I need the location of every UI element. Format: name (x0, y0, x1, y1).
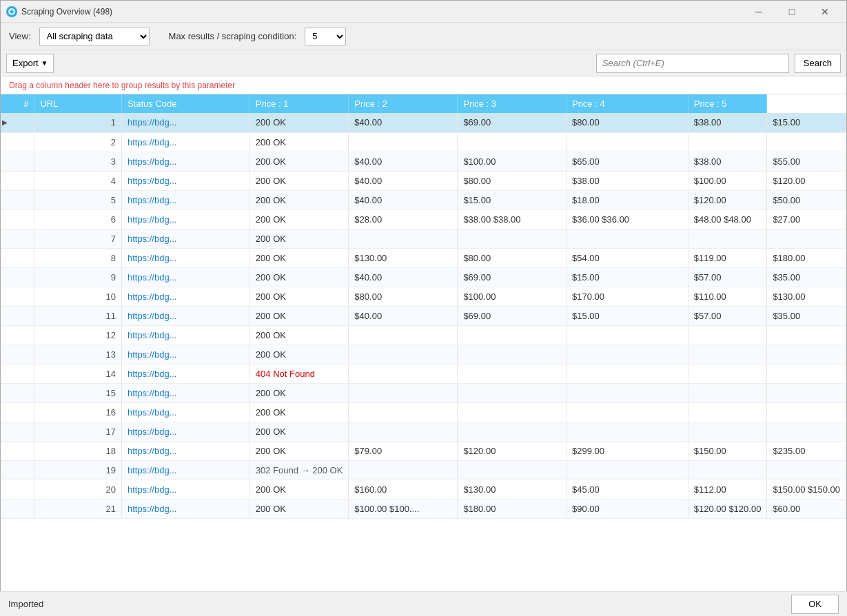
row-expand-arrow[interactable] (1, 229, 34, 248)
col-header-price5[interactable]: Price : 5 (688, 94, 767, 113)
row-expand-arrow[interactable] (1, 209, 34, 229)
row-expand-arrow[interactable] (1, 171, 34, 190)
row-price3: $45.00 (566, 480, 688, 499)
row-price5: $50.00 (767, 190, 846, 209)
row-url[interactable]: https://bdg... (121, 325, 249, 345)
row-url[interactable]: https://bdg... (121, 499, 249, 518)
row-price1: $80.00 (349, 287, 458, 306)
row-url[interactable]: https://bdg... (121, 345, 249, 364)
row-url[interactable]: https://bdg... (121, 422, 249, 441)
row-price2 (458, 364, 567, 383)
row-url[interactable]: https://bdg... (121, 267, 249, 287)
row-number: 18 (34, 441, 122, 460)
col-header-url[interactable]: URL (34, 94, 122, 113)
row-expand-arrow[interactable] (1, 364, 34, 383)
table-row[interactable]: 18https://bdg...200 OK$79.00$120.00$299.… (1, 441, 846, 460)
row-url[interactable]: https://bdg... (121, 152, 249, 171)
table-row[interactable]: 10https://bdg...200 OK$80.00$100.00$170.… (1, 287, 846, 306)
col-header-price2[interactable]: Price : 2 (349, 94, 458, 113)
table-row[interactable]: 16https://bdg...200 OK (1, 402, 846, 422)
view-select[interactable]: All scraping data (39, 28, 150, 45)
row-url[interactable]: https://bdg... (121, 306, 249, 325)
row-expand-arrow[interactable] (1, 152, 34, 171)
table-row[interactable]: 20https://bdg...200 OK$160.00$130.00$45.… (1, 480, 846, 499)
table-row[interactable]: 5https://bdg...200 OK$40.00$15.00$18.00$… (1, 190, 846, 209)
row-price1 (349, 402, 458, 422)
table-row[interactable]: 9https://bdg...200 OK$40.00$69.00$15.00$… (1, 267, 846, 287)
table-row[interactable]: 19https://bdg...302 Found → 200 OK (1, 460, 846, 480)
row-url[interactable]: https://bdg... (121, 480, 249, 499)
search-input[interactable] (596, 54, 789, 73)
table-container[interactable]: # URL Status Code Price : 1 Price : 2 Pr… (1, 94, 846, 592)
toolbar: View: All scraping data Max results / sc… (1, 23, 846, 50)
table-row[interactable]: 17https://bdg...200 OK (1, 422, 846, 441)
row-price2 (458, 132, 567, 152)
row-status: 200 OK (249, 422, 348, 441)
minimize-button[interactable]: ─ (743, 2, 775, 21)
row-expand-arrow[interactable] (1, 402, 34, 422)
table-row[interactable]: 8https://bdg...200 OK$130.00$80.00$54.00… (1, 248, 846, 267)
row-url[interactable]: https://bdg... (121, 248, 249, 267)
row-url[interactable]: https://bdg... (121, 441, 249, 460)
row-price4: $119.00 (688, 248, 767, 267)
row-url[interactable]: https://bdg... (121, 460, 249, 480)
export-button[interactable]: Export ▼ (6, 54, 54, 73)
table-row[interactable]: 4https://bdg...200 OK$40.00$80.00$38.00$… (1, 171, 846, 190)
table-row[interactable]: 13https://bdg...200 OK (1, 345, 846, 364)
row-expand-arrow[interactable] (1, 325, 34, 345)
row-price4 (688, 325, 767, 345)
row-expand-arrow[interactable] (1, 132, 34, 152)
row-price3: $80.00 (566, 113, 688, 132)
row-url[interactable]: https://bdg... (121, 364, 249, 383)
row-price4 (688, 132, 767, 152)
row-expand-arrow[interactable] (1, 306, 34, 325)
row-expand-arrow[interactable] (1, 499, 34, 518)
row-url[interactable]: https://bdg... (121, 229, 249, 248)
row-price3 (566, 132, 688, 152)
row-expand-arrow[interactable] (1, 460, 34, 480)
max-results-select[interactable]: 5 10 25 50 (305, 28, 346, 45)
row-url[interactable]: https://bdg... (121, 287, 249, 306)
col-header-price3[interactable]: Price : 3 (458, 94, 567, 113)
row-expand-arrow[interactable] (1, 267, 34, 287)
action-bar: Export ▼ Search (1, 50, 846, 76)
table-row[interactable]: 21https://bdg...200 OK$100.00 $100....$1… (1, 499, 846, 518)
table-row[interactable]: 6https://bdg...200 OK$28.00$38.00 $38.00… (1, 209, 846, 229)
row-expand-arrow[interactable] (1, 480, 34, 499)
table-row[interactable]: 11https://bdg...200 OK$40.00$69.00$15.00… (1, 306, 846, 325)
close-button[interactable]: ✕ (809, 2, 841, 21)
row-url[interactable]: https://bdg... (121, 209, 249, 229)
col-header-status[interactable]: Status Code (121, 94, 249, 113)
row-expand-arrow[interactable] (1, 190, 34, 209)
row-expand-arrow[interactable]: ▶ (1, 113, 34, 132)
row-url[interactable]: https://bdg... (121, 402, 249, 422)
row-url[interactable]: https://bdg... (121, 190, 249, 209)
table-row[interactable]: ▶1https://bdg...200 OK$40.00$69.00$80.00… (1, 113, 846, 132)
table-row[interactable]: 2https://bdg...200 OK (1, 132, 846, 152)
row-expand-arrow[interactable] (1, 441, 34, 460)
row-expand-arrow[interactable] (1, 422, 34, 441)
table-row[interactable]: 3https://bdg...200 OK$40.00$100.00$65.00… (1, 152, 846, 171)
search-button[interactable]: Search (795, 54, 841, 73)
row-expand-arrow[interactable] (1, 383, 34, 402)
row-url[interactable]: https://bdg... (121, 132, 249, 152)
ok-button[interactable]: OK (791, 595, 839, 614)
row-expand-arrow[interactable] (1, 345, 34, 364)
table-row[interactable]: 7https://bdg...200 OK (1, 229, 846, 248)
col-header-price4[interactable]: Price : 4 (566, 94, 688, 113)
row-price3: $54.00 (566, 248, 688, 267)
table-row[interactable]: 15https://bdg...200 OK (1, 383, 846, 402)
row-url[interactable]: https://bdg... (121, 383, 249, 402)
maximize-button[interactable]: □ (776, 2, 808, 21)
row-expand-arrow[interactable] (1, 287, 34, 306)
row-price5: $150.00 $150.00 (767, 480, 846, 499)
row-url[interactable]: https://bdg... (121, 171, 249, 190)
row-expand-arrow[interactable] (1, 248, 34, 267)
row-url[interactable]: https://bdg... (121, 113, 249, 132)
col-header-price1[interactable]: Price : 1 (249, 94, 348, 113)
col-header-num[interactable]: # (1, 94, 34, 113)
row-price4: $120.00 (688, 190, 767, 209)
table-row[interactable]: 14https://bdg...404 Not Found (1, 364, 846, 383)
row-price4 (688, 402, 767, 422)
table-row[interactable]: 12https://bdg...200 OK (1, 325, 846, 345)
